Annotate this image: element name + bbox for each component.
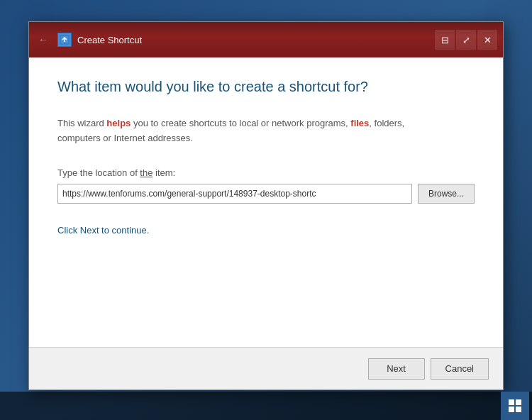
svg-rect-3 bbox=[509, 407, 514, 412]
desc-highlight2: files bbox=[350, 118, 369, 128]
location-row: Browse... bbox=[57, 184, 475, 204]
dialog-content: What item would you like to create a sho… bbox=[29, 57, 503, 347]
taskbar bbox=[0, 392, 532, 420]
desc-highlight1: helps bbox=[106, 118, 131, 128]
dialog-window: ← Create Shortcut ⊟ ⤢ bbox=[28, 21, 504, 390]
desktop-background: ← Create Shortcut ⊟ ⤢ bbox=[0, 0, 532, 420]
location-input[interactable] bbox=[57, 184, 412, 204]
next-button[interactable]: Next bbox=[368, 358, 425, 380]
svg-rect-1 bbox=[509, 399, 514, 405]
window-controls: ⊟ ⤢ ✕ bbox=[435, 30, 497, 50]
snap-button[interactable]: ⤢ bbox=[456, 30, 476, 50]
browse-button[interactable]: Browse... bbox=[418, 184, 475, 204]
desc-part2: you to create shortcuts to local or netw… bbox=[131, 118, 350, 128]
continue-text: Click Next to continue. bbox=[57, 225, 475, 236]
dialog-description: This wizard helps you to create shortcut… bbox=[57, 116, 475, 146]
taskbar-icon[interactable] bbox=[501, 392, 529, 420]
cancel-button[interactable]: Cancel bbox=[431, 358, 489, 380]
window-title: Create Shortcut bbox=[77, 35, 142, 45]
location-label: Type the location of the item: bbox=[57, 167, 475, 178]
back-button[interactable]: ← bbox=[35, 31, 52, 48]
title-bar-left: ← Create Shortcut bbox=[35, 31, 435, 48]
svg-rect-2 bbox=[516, 399, 521, 405]
minimize-button[interactable]: ⊟ bbox=[435, 30, 455, 50]
title-bar: ← Create Shortcut ⊟ ⤢ bbox=[29, 22, 503, 57]
desc-part1: This wizard bbox=[57, 118, 106, 128]
dialog-question: What item would you like to create a sho… bbox=[57, 79, 475, 95]
svg-rect-4 bbox=[516, 407, 521, 412]
app-icon bbox=[57, 33, 72, 47]
dialog-footer: Next Cancel bbox=[29, 347, 503, 389]
close-button[interactable]: ✕ bbox=[477, 30, 497, 50]
